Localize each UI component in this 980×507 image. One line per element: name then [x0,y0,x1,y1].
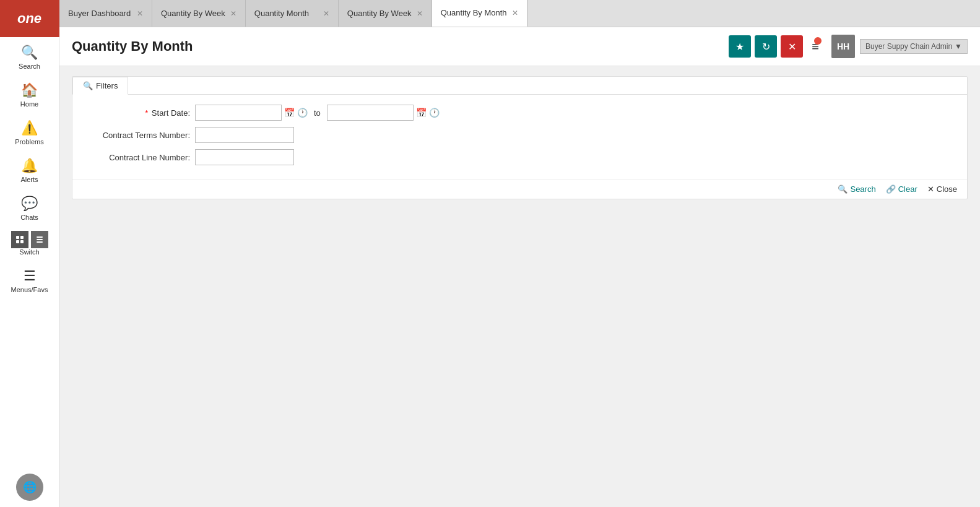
filters-tab-icon: 🔍 [83,81,93,90]
menu-button[interactable]: ≡ [812,40,819,54]
user-avatar: HH [831,35,855,58]
content-area: Quantity By Month ★ ↻ ✕ ≡ HH [59,27,980,507]
sidebar-item-menus[interactable]: ☰ Menus/Favs [0,261,59,298]
end-date-calendar-icon[interactable]: 📅 [416,108,427,118]
contract-terms-input[interactable] [195,127,294,143]
sidebar-item-chats[interactable]: 💬 Chats [0,188,59,226]
page-title: Quantity By Month [72,38,729,54]
close-icon: ✕ [788,41,796,53]
clear-label: Clear [898,184,917,194]
sidebar-item-search[interactable]: 🔍 Search [0,37,59,75]
sidebar-label-home: Home [20,100,38,108]
notification-badge [814,37,822,45]
switch-icon-2 [31,231,48,248]
contract-terms-row: Contract Terms Number: [85,127,955,143]
refresh-icon: ↻ [762,41,770,53]
close-footer-label: Close [937,184,957,194]
svg-rect-1 [20,236,24,239]
svg-rect-4 [37,236,43,238]
sidebar-label-alerts: Alerts [20,176,38,183]
tab-quantity-month-2[interactable]: Quantity By Month ✕ [432,0,527,27]
logo-text: one [17,11,41,27]
clear-icon: 🔗 [886,184,896,194]
switch-icon-1 [11,231,28,248]
svg-rect-6 [37,241,43,243]
chats-icon: 💬 [21,196,38,212]
to-label: to [314,108,321,118]
app-logo[interactable]: one [0,0,59,37]
tab-close-quantity-month-2[interactable]: ✕ [512,9,518,17]
tab-quantity-by-week-2[interactable]: Quantity By Week ✕ [339,0,432,27]
search-footer-label: Search [850,184,875,194]
sidebar-label-search: Search [19,63,40,70]
filters-tab-bar: 🔍 Filters [72,77,967,95]
filters-panel: 🔍 Filters * Start Date: 📅 🕐 to [72,76,968,199]
favorite-button[interactable]: ★ [729,35,751,58]
start-date-label: * Start Date: [85,108,190,118]
page-header: Quantity By Month ★ ↻ ✕ ≡ HH [59,27,980,66]
svg-rect-0 [16,236,19,239]
sidebar-item-problems[interactable]: ⚠️ Problems [0,113,59,150]
tab-bar: Buyer Dashboard ✕ Quantity By Week ✕ Qua… [59,0,980,27]
contract-line-input[interactable] [195,149,294,165]
start-date-clock-icon[interactable]: 🕐 [297,108,308,118]
filters-content: * Start Date: 📅 🕐 to 📅 🕐 Co [72,95,967,179]
tab-label-quantity-by-week-1: Quantity By Week [161,9,225,18]
tab-quantity-by-week-1[interactable]: Quantity By Week ✕ [152,0,246,27]
close-footer-icon: ✕ [927,184,934,194]
star-icon: ★ [735,41,744,53]
dropdown-chevron-icon: ▼ [955,42,962,51]
problems-icon: ⚠️ [21,120,38,136]
sidebar-label-switch: Switch [19,248,39,256]
menus-icon: ☰ [24,268,36,284]
search-link[interactable]: 🔍 Search [838,184,875,194]
tab-close-quantity-by-week-2[interactable]: ✕ [417,10,423,17]
sidebar-item-alerts[interactable]: 🔔 Alerts [0,150,59,188]
sidebar-item-home[interactable]: 🏠 Home [0,75,59,113]
contract-line-label: Contract Line Number: [85,153,190,162]
tab-quantity-month-1[interactable]: Quantity Month ✕ [246,0,339,27]
filters-tab[interactable]: 🔍 Filters [72,77,128,95]
tab-label-quantity-month-1: Quantity Month [254,9,318,18]
sidebar-label-chats: Chats [20,214,38,221]
start-date-input[interactable] [195,105,282,121]
user-role-label: Buyer Suppy Chain Admin [865,42,952,51]
start-date-controls: 📅 🕐 to 📅 🕐 [195,105,440,121]
tab-close-quantity-by-week-1[interactable]: ✕ [230,10,236,17]
refresh-button[interactable]: ↻ [755,35,777,58]
user-avatar-bottom[interactable]: 🌐 [16,474,43,501]
svg-rect-2 [16,240,19,243]
avatar-globe-icon: 🌐 [16,474,43,501]
sidebar-item-switch[interactable]: Switch [0,226,59,261]
search-icon: 🔍 [21,45,38,61]
start-date-calendar-icon[interactable]: 📅 [284,108,295,118]
search-footer-icon: 🔍 [838,184,848,194]
filters-tab-label: Filters [96,81,118,90]
sidebar: one 🔍 Search 🏠 Home ⚠️ Problems 🔔 Alerts… [0,0,59,507]
end-date-clock-icon[interactable]: 🕐 [429,108,440,118]
tab-label-quantity-by-week-2: Quantity By Week [347,9,412,18]
sidebar-label-problems: Problems [15,138,43,145]
contract-line-row: Contract Line Number: [85,149,955,165]
header-actions: ★ ↻ ✕ ≡ HH Buyer Suppy Chain Admin ▼ [729,35,968,58]
contract-terms-label: Contract Terms Number: [85,131,190,140]
start-date-row: * Start Date: 📅 🕐 to 📅 🕐 [85,105,955,121]
home-icon: 🏠 [21,82,38,98]
tab-close-buyer-dashboard[interactable]: ✕ [137,10,143,17]
tab-label-buyer-dashboard: Buyer Dashboard [68,9,132,18]
svg-rect-5 [37,239,43,240]
filters-footer: 🔍 Search 🔗 Clear ✕ Close [72,179,967,199]
tab-close-quantity-month-1[interactable]: ✕ [323,10,329,17]
required-star: * [145,108,148,118]
svg-rect-3 [20,240,24,243]
user-section: HH Buyer Suppy Chain Admin ▼ [831,35,968,58]
close-page-button[interactable]: ✕ [781,35,803,58]
tab-buyer-dashboard[interactable]: Buyer Dashboard ✕ [59,0,152,27]
end-date-input[interactable] [327,105,414,121]
sidebar-label-menus: Menus/Favs [11,286,48,293]
tab-label-quantity-month-2: Quantity By Month [441,8,507,17]
close-link[interactable]: ✕ Close [927,184,957,194]
user-role-dropdown[interactable]: Buyer Suppy Chain Admin ▼ [860,39,968,54]
clear-link[interactable]: 🔗 Clear [886,184,917,194]
alerts-icon: 🔔 [21,158,38,174]
